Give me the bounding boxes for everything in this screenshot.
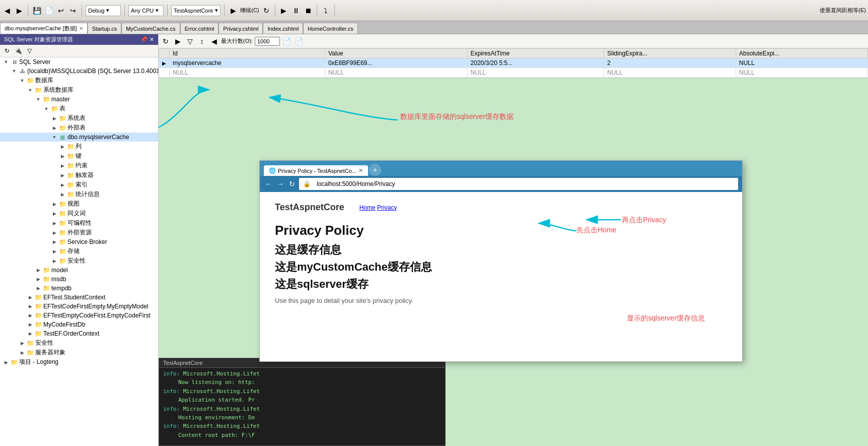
sidebar-connect-icon[interactable]: 🔌 [13, 46, 23, 56]
tab-close-icon[interactable]: ✕ [79, 26, 83, 31]
browser-new-tab-button[interactable]: + [369, 164, 381, 176]
expand-icon[interactable]: ▶ [50, 238, 58, 246]
browser-tab-active[interactable]: 🌐 Privacy Policy - TestAspnetCo... ✕ [264, 165, 368, 176]
table-row[interactable]: NULL NULL NULL NULL NULL [159, 68, 868, 78]
grid-script-icon[interactable]: 📄 [282, 36, 292, 46]
nav-privacy[interactable]: Privacy [377, 204, 397, 211]
tree-item-server-objects[interactable]: ▶ 📁 服务器对象 [0, 348, 158, 357]
expand-icon[interactable]: ▼ [2, 58, 10, 66]
expand-icon[interactable]: ▶ [26, 311, 34, 320]
tree-item-storage[interactable]: ▶ 📁 存储 [0, 246, 158, 256]
tree-item-columns[interactable]: ▶ 📁 列 [0, 142, 158, 151]
browser-url-input[interactable] [313, 179, 734, 189]
tree-item-synonyms[interactable]: ▶ 📁 同义词 [0, 209, 158, 218]
project-dropdown[interactable]: TestAspnetCore ▾ [171, 5, 221, 16]
expand-icon[interactable]: ▼ [26, 86, 34, 94]
expand-icon[interactable]: ▶ [50, 219, 58, 227]
sidebar-filter-icon[interactable]: ▽ [24, 46, 34, 56]
tab-mycustomcache[interactable]: MyCustomCache.cs [121, 23, 180, 34]
nav-home[interactable]: Home [359, 204, 376, 211]
expand-icon[interactable]: ▶ [58, 162, 66, 170]
tree-item-eftest-codefirst[interactable]: ▶ 📁 EFTestCodeFirstEmpty.MyEmptyModel [0, 302, 158, 311]
tree-item-keys[interactable]: ▶ 📁 键 [0, 151, 158, 161]
redo-icon[interactable]: ↪ [68, 6, 78, 16]
expand-icon[interactable]: ▶ [58, 152, 66, 160]
expand-icon[interactable]: ▶ [50, 229, 58, 237]
grid-script2-icon[interactable]: 📄 [294, 36, 304, 46]
expand-icon[interactable]: ▶ [34, 266, 42, 274]
tree-item-ext-tables[interactable]: ▶ 📁 外部表 [0, 123, 158, 133]
grid-execute-icon[interactable]: ▶ [173, 36, 183, 46]
step-icon[interactable]: ⤵ [321, 6, 331, 16]
grid-filter-icon[interactable]: ▽ [185, 36, 195, 46]
tree-item-constraints[interactable]: ▶ 📁 约束 [0, 161, 158, 170]
grid-sort-icon[interactable]: ↕ [197, 36, 207, 46]
tree-item-security-sub[interactable]: ▶ 📁 安全性 [0, 256, 158, 266]
tree-item-triggers[interactable]: ▶ 📁 触发器 [0, 170, 158, 180]
browser-forward-button[interactable]: → [276, 180, 285, 188]
continue-icon[interactable]: ▶ [228, 6, 238, 16]
expand-icon[interactable]: ▶ [34, 275, 42, 283]
tree-item-service-broker[interactable]: ▶ 📁 Service Broker [0, 237, 158, 246]
tab-index[interactable]: Index.cshtml [263, 23, 303, 34]
tree-item-tempdb[interactable]: ▶ 📁 tempdb [0, 284, 158, 293]
expand-icon[interactable]: ▼ [34, 95, 42, 103]
expand-icon[interactable]: ▶ [26, 302, 34, 310]
expand-icon[interactable]: ▶ [26, 330, 34, 338]
grid-refresh-icon[interactable]: ↻ [161, 36, 171, 46]
tree-item-stats[interactable]: ▶ 📁 统计信息 [0, 189, 158, 199]
undo-icon[interactable]: ↩ [56, 6, 66, 16]
tree-item-eftest-student[interactable]: ▶ 📁 EFTest.StudentContext [0, 293, 158, 302]
grid-header-value[interactable]: Value [325, 49, 467, 58]
expand-icon[interactable]: ▶ [58, 171, 66, 179]
tree-item-programmability[interactable]: ▶ 📁 可编程性 [0, 218, 158, 228]
tab-error[interactable]: Error.cshtml [180, 23, 219, 34]
tab-privacy[interactable]: Privacy.cshtml [219, 23, 263, 34]
refresh-icon[interactable]: ↻ [261, 6, 271, 16]
tree-item-eftest-empty[interactable]: ▶ 📁 EFTestEmptyCodeFirst.EmptyCodeFirst [0, 311, 158, 320]
tree-item-databases[interactable]: ▼ 📁 数据库 [0, 76, 158, 85]
tree-item-model[interactable]: ▶ 📁 model [0, 266, 158, 275]
go-forward-icon[interactable]: ▶ [14, 6, 24, 16]
cpu-dropdown[interactable]: Any CPU ▾ [128, 5, 164, 16]
tab-startup[interactable]: Startup.cs [88, 23, 122, 34]
debug-dropdown[interactable]: Debug ▾ [86, 5, 121, 16]
save-icon[interactable]: 💾 [32, 6, 42, 16]
stop-icon[interactable]: ⏹ [303, 6, 313, 16]
expand-icon[interactable]: ▶ [58, 143, 66, 151]
expand-icon[interactable]: ▶ [58, 181, 66, 189]
pause-icon[interactable]: ⏸ [291, 6, 301, 16]
tree-item-msdb[interactable]: ▶ 📁 msdb [0, 275, 158, 284]
grid-header-expires[interactable]: ExpiresAtTime [467, 49, 604, 58]
expand-icon[interactable]: ▼ [18, 77, 26, 85]
tab-homecontroller[interactable]: HomeController.cs [303, 23, 357, 34]
expand-icon[interactable]: ▼ [10, 67, 18, 75]
sidebar-close-icon[interactable]: ✕ [150, 36, 154, 43]
expand-icon[interactable]: ▼ [50, 133, 58, 141]
expand-icon[interactable]: ▶ [2, 358, 10, 366]
expand-icon[interactable]: ▶ [50, 200, 58, 208]
browser-reload-button[interactable]: ↻ [288, 180, 296, 188]
expand-icon[interactable]: ▶ [18, 339, 26, 347]
expand-icon[interactable]: ▶ [26, 293, 34, 301]
browser-back-button[interactable]: ← [264, 180, 273, 188]
expand-icon[interactable]: ▶ [18, 349, 26, 357]
tree-item-security-top[interactable]: ▶ 📁 安全性 [0, 338, 158, 348]
grid-header-id[interactable]: Id [170, 49, 325, 58]
expand-icon[interactable]: ▶ [50, 124, 58, 132]
grid-nav-prev-icon[interactable]: ◀ [209, 36, 219, 46]
max-rows-input[interactable] [255, 37, 280, 46]
tree-item-tables[interactable]: ▼ 📁 表 [0, 104, 158, 113]
run-icon[interactable]: ▶ [279, 6, 289, 16]
tree-item-project-logteng[interactable]: ▶ 📁 项目 - Logteng [0, 357, 158, 367]
go-back-icon[interactable]: ◀ [2, 6, 12, 16]
expand-icon[interactable]: ▶ [50, 247, 58, 256]
expand-icon[interactable]: ▶ [26, 321, 34, 329]
sidebar-pin-icon[interactable]: 📌 [140, 36, 148, 43]
tab-data-grid[interactable]: dbo.mysqlserverCache [数据] ✕ [0, 23, 88, 34]
tree-item-indexes[interactable]: ▶ 📁 索引 [0, 180, 158, 189]
tree-item-sys-tables[interactable]: ▶ 📁 系统表 [0, 113, 158, 123]
expand-icon[interactable]: ▼ [42, 105, 50, 113]
tree-item-system-db[interactable]: ▼ 📁 系统数据库 [0, 85, 158, 95]
tree-item-mycodefirstdb[interactable]: ▶ 📁 MyCodeFirstDb [0, 320, 158, 329]
